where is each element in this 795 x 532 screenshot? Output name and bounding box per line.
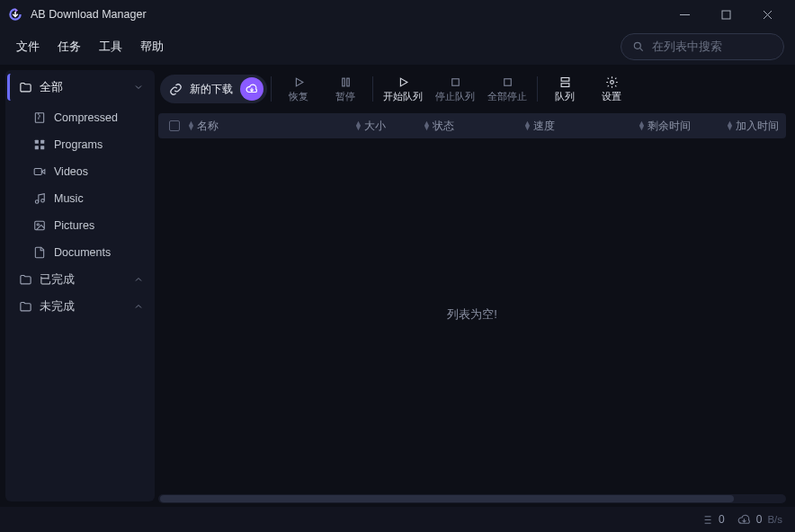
svg-rect-5 xyxy=(35,146,39,149)
svg-rect-15 xyxy=(504,78,511,85)
svg-point-1 xyxy=(634,42,640,49)
sidebar-item-label: Music xyxy=(54,192,84,205)
table-header-size[interactable]: ▲▼大小 xyxy=(354,119,419,134)
svg-rect-0 xyxy=(722,11,730,19)
sidebar-item-videos[interactable]: Videos xyxy=(7,158,153,185)
music-icon xyxy=(32,192,47,205)
sort-icon: ▲▼ xyxy=(187,121,195,130)
app-logo-icon xyxy=(7,6,23,22)
table-select-all-checkbox[interactable] xyxy=(165,120,183,131)
toolbar-start-queue-label: 开始队列 xyxy=(383,91,423,103)
sidebar-item-compressed[interactable]: Compressed xyxy=(7,104,153,131)
window-minimize-button[interactable] xyxy=(664,0,705,29)
svg-rect-3 xyxy=(35,140,39,144)
toolbar-settings-button[interactable]: 设置 xyxy=(588,71,635,107)
stop-icon xyxy=(501,75,514,89)
toolbar-pause-label: 暂停 xyxy=(335,91,355,103)
svg-rect-14 xyxy=(451,78,459,85)
status-speed-value: 0 xyxy=(756,513,763,526)
toolbar-pause-button[interactable]: 暂停 xyxy=(322,71,369,107)
table-header-added[interactable]: ▲▼加入时间 xyxy=(694,119,779,134)
chevron-up-icon xyxy=(133,274,144,285)
queue-icon xyxy=(558,75,572,89)
svg-rect-2 xyxy=(35,113,43,123)
status-count-value: 0 xyxy=(719,513,725,526)
chevron-up-icon xyxy=(133,301,144,312)
toolbar-stop-all-button[interactable]: 全部停止 xyxy=(481,71,533,107)
menu-task[interactable]: 任务 xyxy=(58,39,81,55)
sidebar-item-label: Documents xyxy=(54,246,111,259)
new-download-cloud-button[interactable] xyxy=(240,77,264,101)
sort-icon: ▲▼ xyxy=(354,121,362,130)
sidebar-item-music[interactable]: Music xyxy=(7,185,153,212)
sort-icon: ▲▼ xyxy=(726,121,734,130)
sidebar-unfinished-label: 未完成 xyxy=(40,299,75,315)
horizontal-scrollbar[interactable] xyxy=(158,494,786,503)
toolbar: 新的下载 恢复 暂停 开始队列 停止队列 全 xyxy=(158,70,786,108)
scrollbar-thumb[interactable] xyxy=(160,495,734,502)
toolbar-resume-button[interactable]: 恢复 xyxy=(275,71,322,107)
gear-icon xyxy=(605,75,619,89)
sort-icon: ▲▼ xyxy=(638,121,646,130)
toolbar-queue-button[interactable]: 队列 xyxy=(541,71,588,107)
title-bar: AB Download Manager xyxy=(0,0,795,29)
app-title: AB Download Manager xyxy=(31,8,147,21)
status-speed: 0 B/s xyxy=(737,513,782,527)
toolbar-stop-all-label: 全部停止 xyxy=(487,91,527,103)
sort-icon: ▲▼ xyxy=(523,121,531,130)
list-icon xyxy=(700,513,713,527)
sidebar-category-finished[interactable]: 已完成 xyxy=(7,266,153,293)
status-speed-unit: B/s xyxy=(767,514,782,525)
table-header-name[interactable]: ▲▼名称 xyxy=(187,119,351,134)
empty-list-message: 列表为空! xyxy=(447,306,497,323)
folder-icon xyxy=(18,300,32,314)
svg-rect-7 xyxy=(34,169,41,175)
sidebar-category-all[interactable]: 全部 xyxy=(7,74,153,101)
svg-rect-4 xyxy=(40,140,44,144)
sidebar-item-pictures[interactable]: Pictures xyxy=(7,212,153,239)
folder-icon xyxy=(18,81,32,94)
archive-icon xyxy=(32,111,47,124)
svg-point-8 xyxy=(35,200,39,204)
video-icon xyxy=(32,165,47,178)
svg-rect-12 xyxy=(342,78,344,86)
table-header-remaining[interactable]: ▲▼剩余时间 xyxy=(604,119,691,134)
search-icon xyxy=(632,40,645,53)
menu-help[interactable]: 帮助 xyxy=(140,39,164,55)
status-bar: 0 0 B/s xyxy=(0,507,795,532)
sidebar-item-label: Programs xyxy=(54,138,103,151)
toolbar-stop-queue-label: 停止队列 xyxy=(435,91,475,103)
svg-point-18 xyxy=(610,80,613,84)
svg-rect-17 xyxy=(561,83,569,86)
new-download-button[interactable]: 新的下载 xyxy=(160,75,267,103)
table-header-status[interactable]: ▲▼状态 xyxy=(423,119,520,134)
sidebar-item-label: Compressed xyxy=(54,111,118,124)
toolbar-start-queue-button[interactable]: 开始队列 xyxy=(377,71,429,107)
search-box[interactable] xyxy=(621,33,784,60)
toolbar-queue-label: 队列 xyxy=(555,91,575,103)
svg-rect-13 xyxy=(346,78,349,86)
window-maximize-button[interactable] xyxy=(705,0,746,29)
stop-icon xyxy=(449,75,462,89)
folder-icon xyxy=(18,273,32,287)
sidebar-item-label: Videos xyxy=(54,165,88,178)
svg-point-9 xyxy=(41,200,45,203)
link-icon xyxy=(169,83,183,96)
sidebar-item-label: Pictures xyxy=(54,219,94,232)
image-icon xyxy=(32,219,47,232)
svg-rect-10 xyxy=(35,221,45,229)
menu-file[interactable]: 文件 xyxy=(16,39,40,55)
sidebar-all-label: 全部 xyxy=(40,80,63,95)
sidebar-item-programs[interactable]: Programs xyxy=(7,131,153,158)
sidebar-item-documents[interactable]: Documents xyxy=(7,239,153,266)
play-outline-icon xyxy=(397,75,410,89)
toolbar-resume-label: 恢复 xyxy=(289,91,308,103)
search-input[interactable] xyxy=(652,40,773,53)
table-header-speed[interactable]: ▲▼速度 xyxy=(523,119,601,134)
sidebar-category-unfinished[interactable]: 未完成 xyxy=(7,293,153,320)
toolbar-stop-queue-button[interactable]: 停止队列 xyxy=(429,71,481,107)
table-body: 列表为空! xyxy=(158,138,786,491)
window-close-button[interactable] xyxy=(746,0,788,29)
menu-tools[interactable]: 工具 xyxy=(99,39,122,55)
svg-point-11 xyxy=(37,224,39,226)
